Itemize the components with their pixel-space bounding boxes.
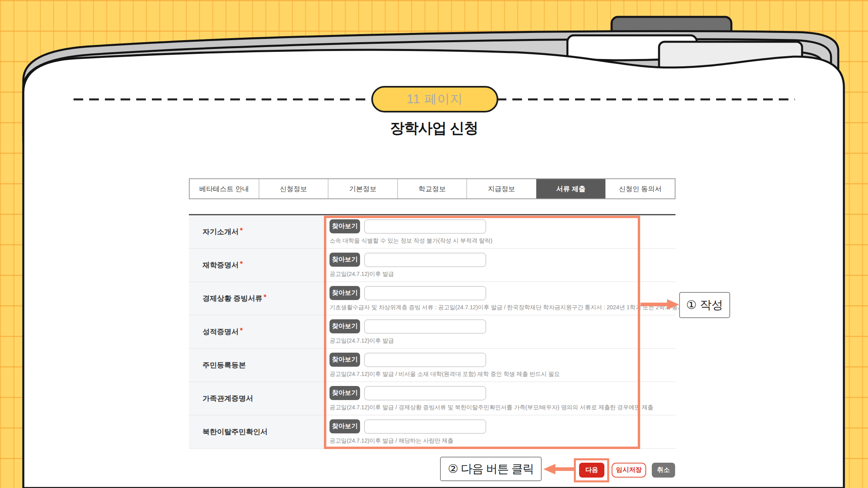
field-label: 가족관계증명서: [189, 382, 324, 415]
tab-payment-info[interactable]: 지급정보: [467, 179, 536, 198]
required-asterisk: *: [264, 293, 266, 302]
field-note: 공고일(24.7.12)이후 발급: [330, 337, 675, 345]
table-row-nk-defector-confirmation: 북한이탈주민확인서 찾아보기 공고일(24.7.12)이후 발급 / 해당하는 …: [189, 415, 676, 449]
field-note: 공고일(24.7.12)이후 발급 / 해당하는 사람만 제출: [330, 437, 675, 445]
file-name-input[interactable]: [364, 319, 486, 334]
field-note: 공고일(24.7.12)이후 발급 / 비서울 소재 대학(원격대 포함) 재학…: [330, 370, 675, 378]
tab-application-info[interactable]: 신청정보: [259, 179, 328, 198]
field-label: 재학증명서 *: [189, 249, 324, 282]
required-asterisk: *: [240, 227, 243, 235]
document-upload-table: 자기소개서 * 찾아보기 소속 대학을 식별할 수 있는 정보 작성 불가(작성…: [189, 214, 676, 449]
tab-applicant-consent[interactable]: 신청인 동의서: [605, 179, 675, 198]
cancel-button[interactable]: 취소: [652, 463, 675, 478]
browse-button[interactable]: 찾아보기: [330, 419, 360, 433]
field-note: 공고일(24.7.12)이후 발급: [330, 270, 675, 278]
file-name-input[interactable]: [364, 419, 486, 434]
table-row-enrollment-certificate: 재학증명서 * 찾아보기 공고일(24.7.12)이후 발급: [189, 249, 676, 282]
required-asterisk: *: [240, 260, 243, 268]
next-button[interactable]: 다음: [579, 463, 604, 478]
file-name-input[interactable]: [364, 253, 486, 267]
file-name-input[interactable]: [364, 286, 486, 300]
browse-button[interactable]: 찾아보기: [330, 319, 360, 333]
file-name-input[interactable]: [364, 353, 486, 367]
field-label: 주민등록등본: [189, 349, 324, 382]
table-row-self-introduction: 자기소개서 * 찾아보기 소속 대학을 식별할 수 있는 정보 작성 불가(작성…: [189, 215, 676, 249]
page-title: 장학사업 신청: [0, 118, 868, 138]
browse-button[interactable]: 찾아보기: [330, 253, 360, 267]
tab-basic-info[interactable]: 기본정보: [328, 179, 397, 198]
file-name-input[interactable]: [364, 219, 486, 234]
table-row-resident-register: 주민등록등본 찾아보기 공고일(24.7.12)이후 발급 / 비서울 소재 대…: [189, 349, 676, 382]
field-label: 자기소개서 *: [189, 215, 324, 248]
field-note: 공고일(24.7.12)이후 발급 / 경제상황 증빙서류 및 북한이탈주민확인…: [330, 404, 675, 411]
step2-callout: ② 다음 버튼 클릭: [440, 457, 542, 481]
arrow-right-icon: [641, 299, 679, 310]
field-note: 기초생활수급자 및 차상위계층 증빙 서류 : 공고일(24.7.12)이후 발…: [330, 304, 675, 311]
table-row-economic-status-docs: 경제상황 증빙서류 * 찾아보기 기초생활수급자 및 차상위계층 증빙 서류 :…: [189, 282, 676, 315]
browse-button[interactable]: 찾아보기: [330, 353, 360, 367]
required-asterisk: *: [240, 327, 243, 335]
tab-school-info[interactable]: 학교정보: [397, 179, 467, 198]
field-note: 소속 대학을 식별할 수 있는 정보 작성 불가(작성 시 부적격 탈락): [330, 237, 675, 245]
field-label: 성적증명서 *: [189, 315, 324, 348]
arrow-left-icon: [543, 464, 575, 474]
field-label: 북한이탈주민확인서: [189, 415, 324, 448]
temp-save-button[interactable]: 임시저장: [612, 463, 646, 478]
table-row-family-relation-certificate: 가족관계증명서 찾아보기 공고일(24.7.12)이후 발급 / 경제상황 증빙…: [189, 382, 676, 415]
step1-callout: ① 작성: [679, 292, 730, 318]
browse-button[interactable]: 찾아보기: [330, 219, 360, 233]
file-name-input[interactable]: [364, 386, 486, 400]
form-section-tabs: 베타테스트 안내 신청정보 기본정보 학교정보 지급정보 서류 제출 신청인 동…: [189, 178, 676, 199]
field-label: 경제상황 증빙서류 *: [189, 282, 324, 315]
tab-beta-test-guide[interactable]: 베타테스트 안내: [190, 179, 259, 198]
table-row-transcript: 성적증명서 * 찾아보기 공고일(24.7.12)이후 발급: [189, 315, 676, 349]
page-number-badge: 11 페이지: [371, 86, 498, 112]
browse-button[interactable]: 찾아보기: [330, 386, 360, 400]
browse-button[interactable]: 찾아보기: [330, 286, 360, 300]
tab-document-submit[interactable]: 서류 제출: [536, 179, 606, 198]
page-number-label: 11 페이지: [407, 91, 463, 108]
